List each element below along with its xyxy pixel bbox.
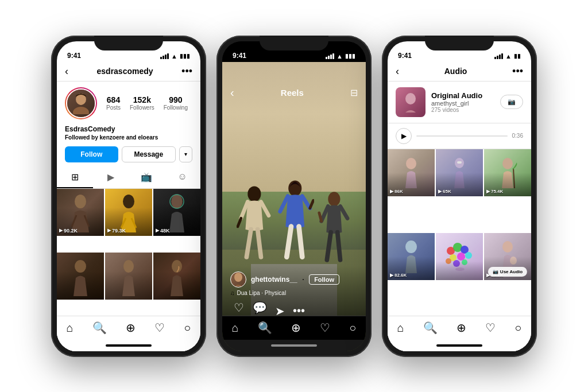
phone-2-inner: 9:41 ▲ ▮▮▮ ‹ Reels ⊟	[222, 41, 366, 351]
profile-tabs: ⊞ ▶ 📺 ☺	[57, 167, 200, 189]
audio-title: Audio	[444, 67, 467, 76]
profile-screen: ‹ esdrascomedy •••	[57, 62, 200, 351]
reels-user-row: ghettotwins__ · Follow	[230, 271, 358, 288]
photo-cell-3[interactable]: ▶ 48K	[153, 189, 200, 236]
audio-video-cell-5[interactable]	[436, 233, 483, 280]
use-audio-overlay-button[interactable]: 📷 Use Audio	[488, 267, 527, 277]
svg-point-7	[123, 260, 134, 273]
svg-point-1	[73, 107, 89, 114]
tab-tagged[interactable]: ☺	[165, 167, 201, 188]
reels-user-avatar	[230, 271, 246, 288]
signal-bars-3	[494, 53, 503, 59]
photo-cell-2[interactable]: ▶ 79.3K	[105, 189, 152, 236]
profile-topbar: ‹ esdrascomedy •••	[57, 62, 200, 81]
photo-count-3: ▶ 48K	[156, 228, 170, 234]
nav-profile-1[interactable]: ○	[184, 321, 191, 335]
nav-heart-1[interactable]: ♡	[154, 321, 165, 335]
nav-profile-3[interactable]: ○	[514, 321, 521, 335]
wifi-icon-2: ▲	[336, 53, 343, 60]
nav-search-1[interactable]: 🔍	[92, 321, 107, 335]
home-bar-2	[222, 340, 366, 351]
reels-back-button[interactable]: ‹	[230, 86, 234, 99]
audio-video-count: 275 videos	[431, 107, 494, 113]
avatar	[66, 88, 96, 118]
photo-grid: ▶ 90.2K	[57, 189, 200, 316]
heart-icon: ♡	[234, 301, 244, 315]
photo-cell-4[interactable]	[57, 253, 104, 300]
svg-point-12	[234, 273, 242, 282]
dropdown-button[interactable]: ▾	[179, 146, 192, 162]
bottom-nav-1: ⌂ 🔍 ⊕ ♡ ○	[57, 316, 200, 340]
nav-home-1[interactable]: ⌂	[67, 321, 74, 335]
home-bar-1	[57, 340, 200, 351]
camera-button[interactable]: ⊟	[350, 87, 358, 98]
reels-music-row: ♫ Dua Lipa · Physical	[230, 290, 358, 296]
audio-grid: ▶86K	[388, 149, 531, 316]
nav-home-3[interactable]: ⌂	[397, 321, 404, 335]
message-button[interactable]: Message	[122, 146, 176, 162]
status-icons-1: ▲ ▮▮▮	[160, 53, 190, 60]
photo-cell-6[interactable]	[153, 253, 200, 300]
bottom-nav-3: ⌂ 🔍 ⊕ ♡ ○	[388, 316, 531, 340]
audio-options-button[interactable]: •••	[512, 65, 523, 77]
nav-heart-2[interactable]: ♡	[320, 321, 330, 335]
home-indicator-1	[106, 344, 152, 347]
nav-search-3[interactable]: 🔍	[423, 321, 438, 335]
nav-add-1[interactable]: ⊕	[126, 321, 136, 335]
options-button[interactable]: •••	[181, 65, 192, 77]
nav-profile-2[interactable]: ○	[349, 321, 356, 335]
audio-video-cell-3[interactable]: ▶75.4K	[484, 149, 531, 196]
status-time-3: 9:41	[398, 52, 412, 60]
tab-igtv[interactable]: 📺	[129, 167, 165, 188]
profile-username: esdrascomedy	[97, 67, 153, 76]
followers-label: Followers	[130, 104, 154, 111]
nav-add-2[interactable]: ⊕	[291, 321, 301, 335]
reels-follow-button[interactable]: Follow	[309, 274, 339, 285]
posts-label: Posts	[106, 104, 121, 111]
nav-add-3[interactable]: ⊕	[457, 321, 466, 335]
svg-point-11	[328, 192, 340, 207]
nav-heart-3[interactable]: ♡	[485, 321, 496, 335]
bottom-nav-2: ⌂ 🔍 ⊕ ♡ ○	[222, 316, 366, 340]
camera-use-icon: 📷	[493, 269, 498, 274]
audio-video-cell-6[interactable]: ▶15.7K 📷 Use Audio	[484, 233, 531, 280]
nav-home-2[interactable]: ⌂	[232, 321, 239, 335]
home-indicator-3	[436, 344, 482, 347]
tab-grid[interactable]: ⊞	[57, 167, 93, 188]
photo-cell-5[interactable]	[105, 253, 152, 300]
followed-by-text: Followed by kenzoere and eloears	[57, 134, 200, 144]
phone-3-inner: 9:41 ▲ ▮▮ ‹ Audio •••	[388, 41, 531, 351]
audio-back-button[interactable]: ‹	[396, 65, 399, 77]
audio-player-row: ▶ 0:36	[388, 123, 531, 149]
audio-artist: amethyst_girl	[431, 100, 494, 107]
audio-thumb-inner	[396, 87, 425, 117]
status-time-2: 9:41	[233, 52, 246, 60]
audio-play-button[interactable]: ▶	[396, 128, 412, 144]
audio-video-cell-4[interactable]: ▶82.6K	[388, 233, 435, 280]
following-count: 990	[169, 95, 182, 104]
photo-cell-1[interactable]: ▶ 90.2K	[57, 189, 104, 236]
follow-button[interactable]: Follow	[65, 146, 118, 162]
profile-actions: Follow Message ▾	[57, 144, 200, 167]
audio-progress-bar[interactable]	[416, 135, 508, 137]
svg-point-13	[405, 93, 416, 104]
svg-point-2	[75, 195, 86, 208]
audio-info: Original Audio amethyst_girl 275 videos	[431, 91, 494, 113]
nav-search-2[interactable]: 🔍	[258, 321, 272, 335]
audio-video-cell-2[interactable]: ▶65K	[436, 149, 483, 196]
back-button[interactable]: ‹	[65, 65, 68, 77]
following-label: Following	[164, 104, 188, 111]
battery-icon-2: ▮▮▮	[345, 53, 355, 59]
phone-reels: 9:41 ▲ ▮▮▮ ‹ Reels ⊟	[216, 36, 372, 357]
tab-reels[interactable]: ▶	[93, 167, 129, 188]
status-time-1: 9:41	[67, 52, 81, 60]
audio-duration: 0:36	[512, 133, 523, 139]
profile-stats: 684 Posts 152k Followers 990 Following	[57, 81, 200, 124]
battery-icon-1: ▮▮▮	[180, 53, 190, 59]
use-audio-header-button[interactable]: 📷	[500, 95, 523, 109]
audio-video-cell-1[interactable]: ▶86K	[388, 149, 435, 196]
stat-posts: 684 Posts	[106, 95, 121, 111]
music-note-icon: ♫	[230, 290, 235, 296]
status-icons-3: ▲ ▮▮	[494, 53, 521, 60]
reels-title: Reels	[281, 88, 304, 98]
